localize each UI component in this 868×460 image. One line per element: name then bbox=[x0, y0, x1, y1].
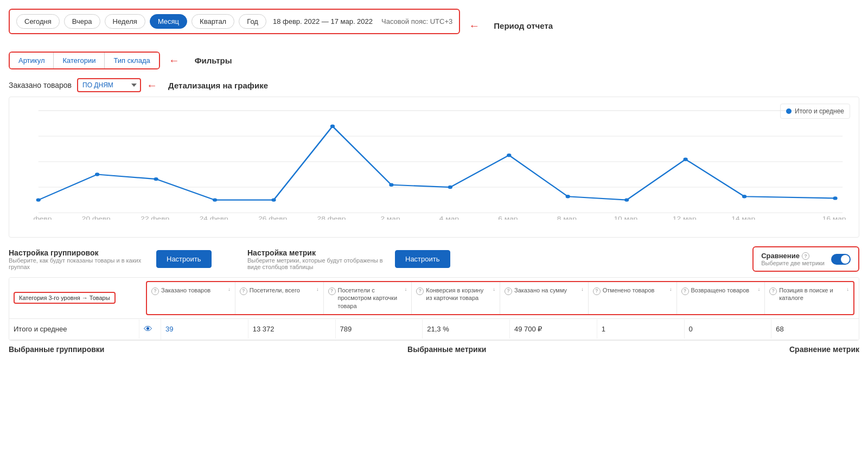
svg-text:26 февр.: 26 февр. bbox=[258, 216, 289, 220]
td-val-2: 13 372 bbox=[248, 320, 336, 338]
svg-text:4 мар.: 4 мар. bbox=[439, 216, 461, 220]
th-sort-5[interactable]: ↓ bbox=[581, 286, 584, 293]
filter-article-btn[interactable]: Артикул bbox=[10, 53, 54, 68]
period-year-btn[interactable]: Год bbox=[239, 14, 266, 29]
th-info-icon-7: ? bbox=[681, 288, 689, 295]
svg-text:8 мар.: 8 мар. bbox=[557, 216, 579, 220]
th-label-1: Заказано товаров bbox=[161, 286, 226, 294]
th-sort-7[interactable]: ↓ bbox=[758, 286, 761, 293]
td-val-7: 0 bbox=[685, 320, 772, 338]
period-annotation: Период отчета bbox=[494, 21, 553, 30]
th-sort-4[interactable]: ↓ bbox=[493, 286, 496, 293]
svg-text:10 мар.: 10 мар. bbox=[614, 216, 640, 220]
comparison-info-icon: ? bbox=[802, 252, 809, 260]
metrics-title: Настройка метрик bbox=[247, 248, 388, 257]
th-label-6: Отменено товаров bbox=[603, 286, 667, 294]
detail-annotation: Детализация на графике bbox=[168, 81, 268, 90]
svg-text:28 февр.: 28 февр. bbox=[317, 216, 348, 220]
svg-text:14 мар.: 14 мар. bbox=[731, 216, 757, 220]
detail-select[interactable]: ПО ДНЯМ ПО НЕДЕЛЯМ ПО МЕСЯЦАМ bbox=[77, 78, 141, 92]
th-label-3: Посетители с просмотром карточки товара bbox=[338, 286, 403, 310]
svg-text:20 февр.: 20 февр. bbox=[82, 216, 113, 220]
svg-text:4: 4 bbox=[31, 157, 31, 164]
th-label-5: Заказано на сумму bbox=[514, 286, 579, 294]
td-val-3: 789 bbox=[336, 320, 423, 338]
th-sort-3[interactable]: ↓ bbox=[405, 286, 407, 293]
bottom-label-groupings: Выбранные группировки bbox=[9, 345, 104, 354]
period-range: 18 февр. 2022 — 17 мар. 2022 bbox=[273, 17, 373, 25]
legend-dot bbox=[786, 108, 792, 114]
period-today-btn[interactable]: Сегодня bbox=[16, 14, 60, 29]
chart-section: Заказано товаров ПО ДНЯМ ПО НЕДЕЛЯМ ПО М… bbox=[9, 78, 859, 238]
th-sort-6[interactable]: ↓ bbox=[669, 286, 672, 293]
svg-point-23 bbox=[833, 196, 837, 200]
svg-point-19 bbox=[566, 195, 570, 198]
svg-point-14 bbox=[271, 198, 276, 201]
detail-arrow-icon: ← bbox=[146, 79, 157, 92]
group-filter-tag: Категория 3-го уровня → Товары bbox=[14, 292, 116, 304]
filters-section: Артикул Категории Тип склада bbox=[9, 52, 160, 69]
th-info-icon-2: ? bbox=[240, 288, 247, 295]
groupings-btn[interactable]: Настроить bbox=[156, 250, 212, 268]
th-position: ? Позиция в поиске и каталоге ↓ bbox=[765, 282, 853, 314]
svg-point-12 bbox=[154, 177, 158, 181]
metrics-settings: Настройка метрик Выберите метрики, котор… bbox=[247, 248, 388, 270]
chart-header: Заказано товаров ПО ДНЯМ ПО НЕДЕЛЯМ ПО М… bbox=[9, 78, 859, 92]
bottom-label-metrics: Выбранные метрики bbox=[407, 345, 486, 354]
legend-label: Итого и среднее bbox=[795, 107, 844, 115]
th-sort-1[interactable]: ↓ bbox=[228, 286, 231, 293]
svg-text:12 мар.: 12 мар. bbox=[673, 216, 699, 220]
chart-title: Заказано товаров bbox=[9, 81, 72, 90]
period-yesterday-btn[interactable]: Вчера bbox=[64, 14, 100, 29]
th-label-4: Конверсия в корзину из карточки товара bbox=[426, 286, 490, 302]
th-info-icon-8: ? bbox=[769, 288, 777, 295]
svg-point-13 bbox=[213, 198, 217, 201]
groupings-settings: Настройка группировок Выберите, как буду… bbox=[9, 248, 150, 270]
th-info-icon-5: ? bbox=[505, 288, 512, 295]
svg-text:24 февр.: 24 февр. bbox=[200, 216, 231, 220]
th-visitors-card: ? Посетители с просмотром карточки товар… bbox=[324, 282, 412, 314]
filters-row: Артикул Категории Тип склада ← Фильтры bbox=[9, 52, 859, 69]
filter-warehouse-btn[interactable]: Тип склада bbox=[105, 53, 158, 68]
bottom-label-comparison: Сравнение метрик bbox=[789, 345, 859, 354]
svg-point-16 bbox=[389, 183, 393, 187]
period-quarter-btn[interactable]: Квартал bbox=[192, 14, 234, 29]
filter-categories-btn[interactable]: Категории bbox=[54, 53, 105, 68]
metrics-btn[interactable]: Настроить bbox=[395, 250, 450, 268]
td-val-8: 68 bbox=[771, 320, 859, 338]
comparison-subtitle: Выберите две метрики bbox=[761, 260, 825, 266]
td-eye-btn[interactable]: 👁 bbox=[139, 319, 161, 340]
comparison-toggle[interactable] bbox=[831, 254, 851, 265]
th-label-2: Посетители, всего bbox=[250, 286, 314, 294]
td-group-label: Итого и среднее bbox=[9, 320, 139, 338]
table-section: Категория 3-го уровня → Товары ? Заказан… bbox=[9, 277, 859, 341]
th-sort-8[interactable]: ↓ bbox=[847, 286, 850, 293]
td-val-6: 1 bbox=[597, 320, 685, 338]
toggle-slider bbox=[831, 254, 851, 265]
td-val-1: 39 bbox=[161, 320, 248, 338]
th-info-icon-4: ? bbox=[416, 288, 424, 295]
period-timezone: Часовой пояс: UTC+3 bbox=[381, 17, 452, 25]
table-total-row: Итого и среднее 👁 39 13 372 789 21,3 % 4… bbox=[9, 319, 859, 340]
period-week-btn[interactable]: Неделя bbox=[105, 14, 145, 29]
comparison-text: Сравнение ? Выберите две метрики bbox=[761, 252, 825, 266]
period-month-btn[interactable]: Месяц bbox=[150, 14, 187, 29]
svg-text:16 мар.: 16 мар. bbox=[822, 216, 848, 220]
th-ordered-sum: ? Заказано на сумму ↓ bbox=[500, 282, 589, 314]
svg-point-21 bbox=[684, 158, 688, 161]
svg-point-15 bbox=[330, 125, 335, 128]
svg-text:6 мар.: 6 мар. bbox=[498, 216, 520, 220]
eye-icon[interactable]: 👁 bbox=[144, 324, 152, 334]
th-sort-2[interactable]: ↓ bbox=[316, 286, 319, 293]
th-info-icon-3: ? bbox=[328, 288, 336, 295]
td-val-5: 49 700 ₽ bbox=[510, 320, 597, 338]
groupings-subtitle: Выберите, как будут показаны товары и в … bbox=[9, 257, 150, 270]
svg-point-11 bbox=[95, 173, 99, 176]
th-ordered: ? Заказано товаров ↓ bbox=[147, 282, 235, 314]
bottom-labels: Выбранные группировки Выбранные метрики … bbox=[9, 345, 859, 354]
th-visitors-all: ? Посетители, всего ↓ bbox=[235, 282, 324, 314]
metrics-header-box: ? Заказано товаров ↓ ? Посетители, всего… bbox=[146, 281, 854, 315]
svg-text:22 февр.: 22 февр. bbox=[141, 216, 171, 220]
filters-annotation: Фильтры bbox=[195, 56, 232, 65]
svg-point-10 bbox=[36, 198, 41, 201]
